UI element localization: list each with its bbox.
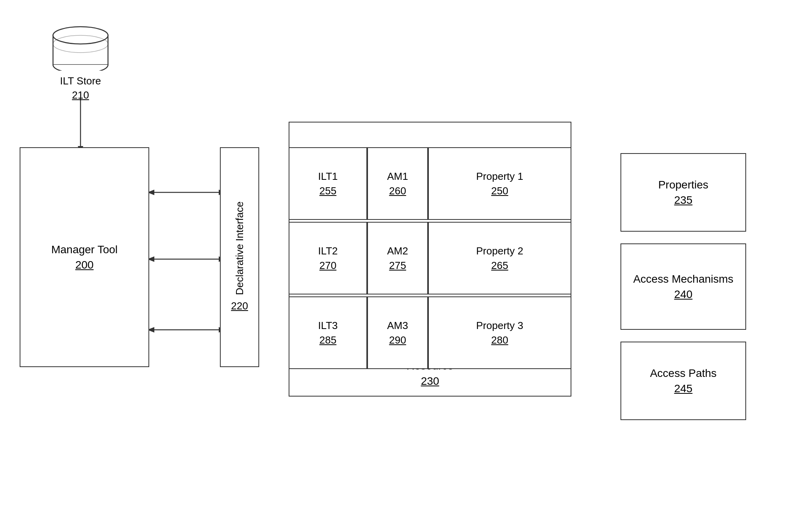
resource-number: 230 [406,373,454,389]
ilt1-box: ILT1 255 [289,147,367,220]
property1-label: Property 1 [476,169,523,183]
ilt-store-number: 210 [72,88,89,102]
declarative-interface-number: 220 [231,299,248,313]
ilt-store: ILT Store 210 [35,24,126,102]
manager-tool-number: 200 [75,257,94,272]
property2-number: 265 [491,258,508,272]
ilt1-label: ILT1 [318,169,338,183]
declarative-interface-label: Declarative Interface [232,201,247,295]
property3-label: Property 3 [476,318,523,333]
am1-label: AM1 [387,169,408,183]
am3-number: 290 [389,333,406,347]
am1-box: AM1 260 [367,147,428,220]
property2-box: Property 2 265 [428,222,571,294]
access-mechanisms-number: 240 [674,287,693,302]
property1-number: 250 [491,184,508,198]
property1-box: Property 1 250 [428,147,571,220]
ilt3-box: ILT3 285 [289,296,367,369]
am1-number: 260 [389,184,406,198]
am2-label: AM2 [387,244,408,258]
access-mechanisms-box: Access Mechanisms 240 [620,243,746,330]
ilt2-box: ILT2 270 [289,222,367,294]
access-mechanisms-label: Access Mechanisms [633,271,733,287]
ilt2-number: 270 [319,258,336,272]
am3-box: AM3 290 [367,296,428,369]
access-paths-label: Access Paths [650,366,717,381]
access-paths-box: Access Paths 245 [620,342,746,420]
property3-box: Property 3 280 [428,296,571,369]
diagram-container: ILT Store 210 Manager Tool 200 Declarati… [0,0,807,532]
ilt2-label: ILT2 [318,244,338,258]
access-paths-number: 245 [674,381,693,396]
properties-number: 235 [674,192,693,208]
declarative-interface: Declarative Interface 220 [220,147,259,367]
am2-box: AM2 275 [367,222,428,294]
ilt1-number: 255 [319,184,336,198]
manager-tool: Manager Tool 200 [20,147,149,367]
ilt3-label: ILT3 [318,318,338,333]
ilt3-number: 285 [319,333,336,347]
properties-box: Properties 235 [620,153,746,232]
property3-number: 280 [491,333,508,347]
properties-label: Properties [658,177,708,192]
manager-tool-label: Manager Tool [51,242,117,257]
ilt-store-label: ILT Store [60,74,101,88]
property2-label: Property 2 [476,244,523,258]
am3-label: AM3 [387,318,408,333]
am2-number: 275 [389,258,406,272]
